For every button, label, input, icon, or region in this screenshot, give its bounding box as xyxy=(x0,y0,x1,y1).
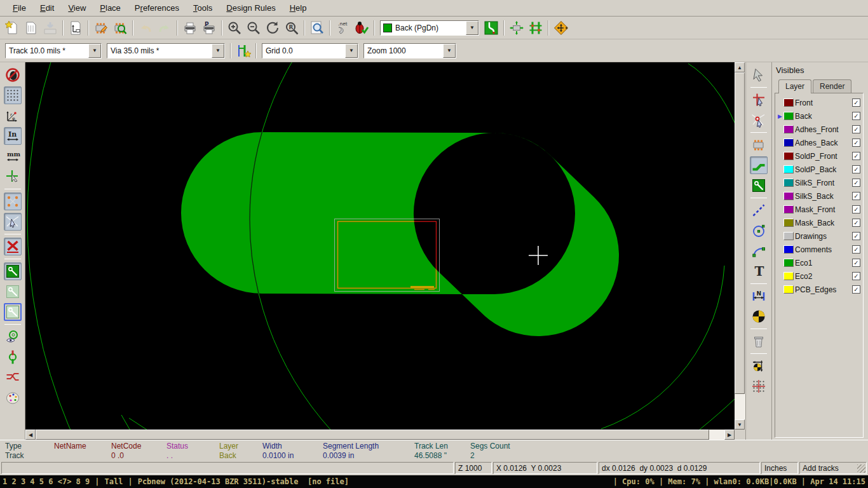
scroll-up-icon[interactable]: ▲ xyxy=(735,62,745,72)
wm-tags[interactable]: 1 2 3 4 5 6 <7> 8 9 xyxy=(3,477,90,486)
track-mode-button[interactable] xyxy=(527,19,545,37)
scroll-down-icon[interactable]: ▼ xyxy=(735,419,745,430)
add-target-button[interactable] xyxy=(750,308,768,325)
menu-place[interactable]: Place xyxy=(93,1,127,15)
units-mm-button[interactable]: mm xyxy=(4,147,22,165)
layer-color-swatch[interactable] xyxy=(783,98,794,107)
layer-selector-combo[interactable]: Back (PgDn) ▼ xyxy=(380,20,479,36)
zones-hide-button[interactable] xyxy=(4,283,22,301)
layer-color-swatch[interactable] xyxy=(783,205,794,214)
tab-layer[interactable]: Layer xyxy=(778,79,811,93)
zones-show-button[interactable] xyxy=(4,262,22,280)
save-button[interactable] xyxy=(41,19,59,37)
layer-color-swatch[interactable] xyxy=(783,152,794,160)
highlight-net-button[interactable] xyxy=(750,91,768,109)
layer-visibility-checkbox[interactable]: ✓ xyxy=(852,139,860,147)
layer-combo-arrow-icon[interactable]: ▼ xyxy=(466,21,478,35)
horizontal-scrollbar[interactable]: ◀ ▶ xyxy=(25,430,735,440)
menu-file[interactable]: File xyxy=(6,1,32,15)
delete-item-button[interactable] xyxy=(750,332,768,350)
layer-visibility-checkbox[interactable]: ✓ xyxy=(852,219,860,227)
layer-color-swatch[interactable] xyxy=(783,272,794,280)
offset-origin-button[interactable] xyxy=(750,357,768,375)
layer-row-comments[interactable]: Comments✓ xyxy=(776,243,862,256)
grid-arrow-icon[interactable]: ▼ xyxy=(345,44,358,58)
tab-render[interactable]: Render xyxy=(813,79,851,93)
menu-edit[interactable]: Edit xyxy=(34,1,60,15)
layer-color-swatch[interactable] xyxy=(783,192,794,200)
page-settings-button[interactable] xyxy=(67,19,85,37)
grid-origin-button[interactable] xyxy=(750,377,768,395)
units-inch-button[interactable]: In xyxy=(4,127,22,145)
print-button[interactable] xyxy=(181,19,199,37)
layer-color-swatch[interactable] xyxy=(783,112,794,120)
layer-row-back[interactable]: ▶Back✓ xyxy=(776,109,862,123)
add-line-button[interactable] xyxy=(750,201,768,219)
layer-color-swatch[interactable] xyxy=(783,139,794,147)
vias-sketch-button[interactable] xyxy=(4,348,22,366)
layer-row-adhes_front[interactable]: Adhes_Front✓ xyxy=(776,123,862,136)
add-module-button[interactable] xyxy=(750,136,768,154)
layer-color-swatch[interactable] xyxy=(783,125,794,133)
microwave-button[interactable] xyxy=(552,19,570,37)
resize-grip[interactable] xyxy=(857,464,865,473)
layer-row-front[interactable]: Front✓ xyxy=(776,96,862,109)
open-board-button[interactable] xyxy=(22,19,40,37)
undo-button[interactable] xyxy=(137,19,154,37)
layer-color-swatch[interactable] xyxy=(783,219,794,227)
add-text-button[interactable]: T xyxy=(750,262,768,280)
track-width-combo[interactable]: Track 10.0 mils * ▼ xyxy=(5,43,102,58)
wm-layout[interactable]: Tall xyxy=(105,477,123,486)
layer-color-swatch[interactable] xyxy=(783,285,794,294)
layer-visibility-checkbox[interactable]: ✓ xyxy=(852,245,860,254)
layer-visibility-checkbox[interactable]: ✓ xyxy=(852,205,860,214)
vertical-scrollbar[interactable]: ▲ ▼ xyxy=(735,62,745,430)
via-size-combo[interactable]: Via 35.0 mils * ▼ xyxy=(107,43,225,58)
layer-visibility-checkbox[interactable]: ✓ xyxy=(852,192,860,200)
tracks-sketch-button[interactable] xyxy=(4,369,22,386)
layer-visibility-checkbox[interactable]: ✓ xyxy=(852,285,860,294)
track-segments[interactable] xyxy=(181,132,619,336)
menu-tools[interactable]: Tools xyxy=(187,1,219,15)
layers-manager-button[interactable] xyxy=(482,19,500,37)
zoom-arrow-icon[interactable]: ▼ xyxy=(443,44,456,58)
via-size-arrow-icon[interactable]: ▼ xyxy=(212,44,224,58)
zoom-out-button[interactable] xyxy=(245,19,262,37)
layer-color-swatch[interactable] xyxy=(783,165,794,173)
add-track-button[interactable] xyxy=(750,156,768,174)
select-button[interactable] xyxy=(750,66,768,84)
pcb-canvas[interactable] xyxy=(25,62,735,430)
layer-row-silks_back[interactable]: SilkS_Back✓ xyxy=(776,189,862,203)
layer-visibility-checkbox[interactable]: ✓ xyxy=(852,259,860,267)
layer-visibility-checkbox[interactable]: ✓ xyxy=(852,112,860,120)
plot-button[interactable]: P xyxy=(200,19,218,37)
high-contrast-button[interactable] xyxy=(4,389,22,407)
redo-button[interactable] xyxy=(156,19,173,37)
add-zone-button[interactable] xyxy=(750,177,768,194)
layer-visibility-checkbox[interactable]: ✓ xyxy=(852,152,860,160)
module-editor-button[interactable] xyxy=(92,19,110,37)
menu-design-rules[interactable]: Design Rules xyxy=(220,1,281,15)
layer-row-eco2[interactable]: Eco2✓ xyxy=(776,269,862,283)
layer-row-soldp_front[interactable]: SoldP_Front✓ xyxy=(776,149,862,163)
layer-row-mask_front[interactable]: Mask_Front✓ xyxy=(776,203,862,216)
netlist-button[interactable]: .net xyxy=(334,19,351,37)
layer-visibility-checkbox[interactable]: ✓ xyxy=(852,98,860,107)
cursor-shape-button[interactable] xyxy=(4,168,22,186)
layer-visibility-checkbox[interactable]: ✓ xyxy=(852,232,860,240)
layer-row-soldp_back[interactable]: SoldP_Back✓ xyxy=(776,163,862,176)
layer-visibility-checkbox[interactable]: ✓ xyxy=(852,179,860,187)
module-mode-button[interactable] xyxy=(508,19,526,37)
zoom-redraw-button[interactable] xyxy=(264,19,281,37)
vertical-scroll-thumb[interactable] xyxy=(735,72,745,394)
layer-row-silks_front[interactable]: SilkS_Front✓ xyxy=(776,176,862,189)
zoom-fit-button[interactable]: R xyxy=(283,19,301,37)
scroll-right-icon[interactable]: ▶ xyxy=(724,430,735,440)
add-arc-button[interactable] xyxy=(750,242,768,260)
grid-visibility-button[interactable] xyxy=(4,86,22,104)
add-dimension-button[interactable]: N xyxy=(750,287,768,305)
zoom-in-button[interactable] xyxy=(226,19,243,37)
scroll-left-icon[interactable]: ◀ xyxy=(25,430,36,440)
menu-preferences[interactable]: Preferences xyxy=(128,1,186,15)
layer-color-swatch[interactable] xyxy=(783,232,794,240)
